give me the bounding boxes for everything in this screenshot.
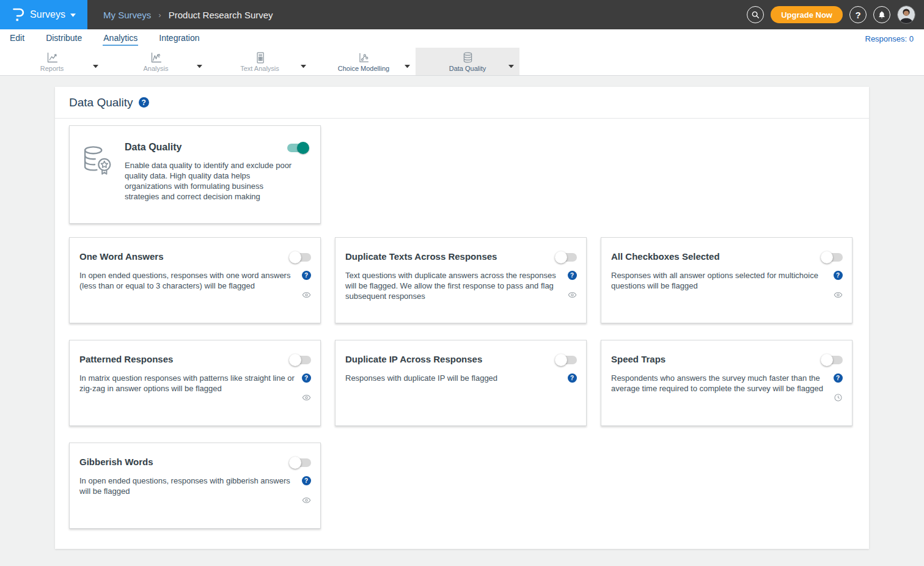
toolbar-tab-choice-modelling[interactable]: Choice Modelling [312, 48, 416, 75]
rule-card-speed-traps: Speed TrapsRespondents who answers the s… [601, 340, 853, 426]
breadcrumb-current-survey: Product Research Survey [169, 10, 273, 20]
toolbar-tab-label: Reports [40, 65, 64, 72]
toolbar-tab-label: Data Quality [449, 65, 486, 72]
chevron-down-icon[interactable] [93, 59, 98, 63]
toolbar-tab-text-analysis[interactable]: Text Analysis [208, 48, 312, 75]
help-icon[interactable]: ? [302, 373, 311, 383]
rule-card-side-icons: ? [301, 476, 312, 505]
page-help-icon[interactable]: ? [139, 97, 149, 108]
chevron-down-icon[interactable] [405, 59, 410, 63]
search-button[interactable] [747, 6, 764, 23]
toolbar-tab-reports[interactable]: Reports [0, 48, 104, 75]
nav-tab-edit[interactable]: Edit [9, 32, 25, 46]
breadcrumb-my-surveys[interactable]: My Surveys [103, 10, 151, 20]
toolbar-tab-analysis[interactable]: Analysis [104, 48, 208, 75]
search-icon [751, 10, 760, 19]
responses-count: Responses: 0 [865, 34, 914, 43]
toolbar-tab-label: Text Analysis [240, 65, 279, 72]
duplicate-texts-across-responses-toggle[interactable] [555, 251, 578, 263]
data-quality-toggle[interactable] [287, 142, 309, 154]
help-icon[interactable]: ? [568, 271, 577, 280]
all-checkboxes-selected-toggle[interactable] [821, 251, 843, 263]
patterned-responses-toggle[interactable] [289, 354, 312, 366]
survey-nav: EditDistributeAnalyticsIntegration Respo… [0, 29, 924, 48]
help-icon[interactable]: ? [834, 373, 843, 383]
rule-card-title: Speed Traps [611, 354, 666, 364]
rule-card-all-checkboxes-selected: All Checkboxes SelectedResponses with al… [601, 237, 853, 323]
cards-area: Data Quality Enable data quality to iden… [55, 119, 869, 529]
line-chart-icon [46, 51, 59, 64]
rule-card-description: Responses with duplicate IP will be flag… [345, 373, 566, 383]
eye-icon[interactable] [302, 290, 311, 300]
help-icon[interactable]: ? [834, 271, 843, 280]
eye-icon[interactable] [302, 496, 311, 505]
rule-card-title: Gibberish Words [79, 457, 153, 467]
rule-card-one-word-answers: One Word AnswersIn open ended questions,… [69, 237, 321, 323]
notifications-button[interactable] [873, 6, 890, 23]
analysis-chart-icon [150, 51, 163, 64]
clock-icon[interactable] [834, 393, 843, 402]
gibberish-words-toggle[interactable] [289, 457, 312, 469]
eye-icon[interactable] [568, 290, 577, 300]
nav-items: EditDistributeAnalyticsIntegration [9, 32, 200, 46]
feature-card-description: Enable data quality to identify and excl… [125, 160, 299, 202]
toolbar-tab-data-quality[interactable]: Data Quality [416, 48, 519, 75]
eye-icon[interactable] [834, 290, 843, 300]
rule-card-side-icons: ? [832, 270, 843, 300]
rule-card-title: Duplicate Texts Across Responses [345, 251, 497, 262]
text-analysis-icon [254, 51, 266, 64]
toolbar-tab-label: Choice Modelling [338, 65, 389, 72]
rule-card-duplicate-ip-across-responses: Duplicate IP Across ResponsesResponses w… [335, 340, 587, 426]
brand-menu[interactable]: Surveys [0, 0, 87, 29]
feature-card-content: Data Quality Enable data quality to iden… [125, 142, 309, 223]
brand-label: Surveys [30, 9, 65, 20]
upgrade-now-button[interactable]: Upgrade Now [771, 6, 843, 23]
rule-card-patterned-responses: Patterned ResponsesIn matrix question re… [69, 340, 321, 426]
panel-header: Data Quality ? [55, 87, 869, 119]
rule-card-side-icons: ? [566, 373, 578, 383]
chevron-down-icon[interactable] [508, 59, 514, 63]
choice-modelling-icon [358, 51, 370, 64]
feature-card-title: Data Quality [125, 142, 182, 153]
chevron-down-icon[interactable] [197, 59, 202, 63]
rule-card-title: One Word Answers [79, 251, 164, 262]
rule-card-description: Text questions with duplicate answers ac… [345, 270, 566, 301]
database-icon [461, 51, 474, 64]
rule-card-gibberish-words: Gibberish WordsIn open ended questions, … [69, 443, 321, 529]
rule-card-description: Respondents who answers the survey much … [611, 373, 832, 402]
rule-card-description: In open ended questions, responses with … [79, 476, 301, 505]
one-word-answers-toggle[interactable] [289, 251, 312, 263]
rule-card-side-icons: ? [301, 270, 312, 300]
quality-rules-grid: One Word AnswersIn open ended questions,… [69, 237, 855, 529]
rule-card-description: In matrix question responses with patter… [79, 373, 301, 402]
nav-tab-analytics[interactable]: Analytics [103, 32, 138, 46]
help-icon[interactable]: ? [568, 373, 577, 383]
questionpro-logo-icon [12, 7, 25, 23]
rule-card-side-icons: ? [566, 270, 578, 301]
chevron-down-icon [70, 13, 76, 17]
help-icon[interactable]: ? [302, 476, 311, 485]
rule-card-title: All Checkboxes Selected [611, 251, 720, 262]
speed-traps-toggle[interactable] [821, 354, 843, 366]
rule-card-side-icons: ? [301, 373, 312, 402]
chevron-down-icon[interactable] [301, 59, 306, 63]
breadcrumb: My Surveys › Product Research Survey [87, 0, 273, 29]
eye-icon[interactable] [302, 393, 311, 402]
rule-card-side-icons: ? [832, 373, 843, 402]
help-icon[interactable]: ? [302, 271, 311, 280]
rule-card-duplicate-texts-across-responses: Duplicate Texts Across ResponsesText que… [335, 237, 587, 323]
bell-icon [878, 10, 886, 19]
rule-card-description: In open ended questions, responses with … [79, 270, 301, 300]
help-button[interactable]: ? [849, 6, 867, 23]
database-quality-badge-icon [79, 142, 125, 223]
nav-tab-distribute[interactable]: Distribute [45, 32, 82, 46]
user-avatar[interactable] [897, 6, 915, 24]
duplicate-ip-across-responses-toggle[interactable] [555, 354, 578, 366]
rule-card-title: Duplicate IP Across Responses [345, 354, 482, 364]
content-area: Data Quality ? [0, 76, 924, 566]
data-quality-feature-card: Data Quality Enable data quality to iden… [69, 125, 321, 224]
nav-tab-integration[interactable]: Integration [158, 32, 200, 46]
analytics-toolbar: ReportsAnalysisText AnalysisChoice Model… [0, 48, 924, 76]
breadcrumb-separator: › [158, 10, 161, 20]
rule-card-description: Responses with all answer options select… [611, 270, 832, 300]
